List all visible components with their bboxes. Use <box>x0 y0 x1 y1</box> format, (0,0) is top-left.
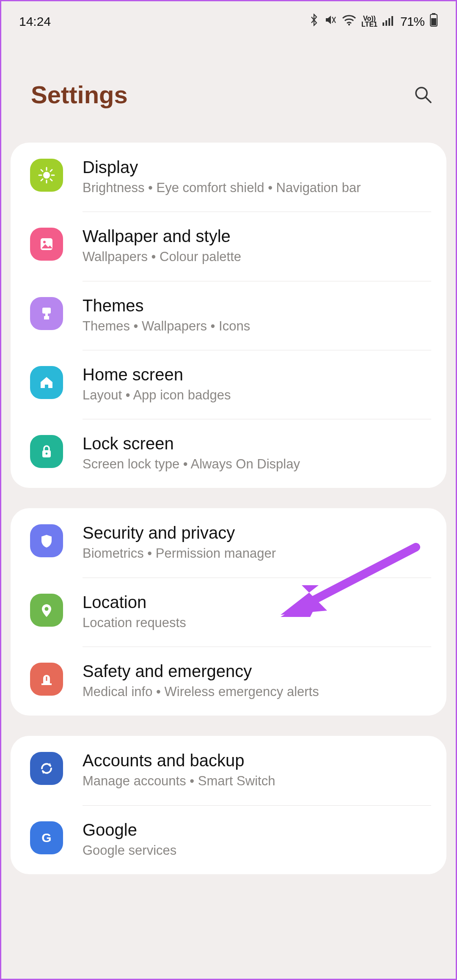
item-title: Accounts and backup <box>83 751 431 770</box>
svg-rect-3 <box>383 22 384 26</box>
svg-rect-23 <box>42 308 51 314</box>
svg-rect-28 <box>41 683 52 685</box>
settings-item-wallpaper[interactable]: Wallpaper and style Wallpapers • Colour … <box>11 212 446 281</box>
item-subtitle: Biometrics • Permission manager <box>83 545 431 562</box>
svg-line-11 <box>426 97 431 102</box>
wifi-icon <box>342 14 356 29</box>
google-icon: G <box>30 821 63 854</box>
svg-point-22 <box>43 241 46 243</box>
svg-rect-29 <box>46 677 47 681</box>
item-title: Themes <box>83 296 431 315</box>
wallpaper-icon <box>30 228 63 261</box>
item-subtitle: Location requests <box>83 614 431 631</box>
svg-point-26 <box>46 453 48 455</box>
lock-icon <box>30 435 63 468</box>
shield-icon <box>30 524 63 557</box>
item-title: Display <box>83 158 431 177</box>
settings-group: Display Brightness • Eye comfort shield … <box>11 143 446 488</box>
mute-icon <box>324 14 337 29</box>
settings-item-accounts[interactable]: Accounts and backup Manage accounts • Sm… <box>11 736 446 805</box>
svg-point-12 <box>43 172 50 179</box>
item-subtitle: Layout • App icon badges <box>83 387 431 404</box>
search-button[interactable] <box>412 83 435 106</box>
settings-item-security[interactable]: Security and privacy Biometrics • Permis… <box>11 508 446 577</box>
bluetooth-icon <box>309 14 319 29</box>
settings-item-safety[interactable]: Safety and emergency Medical info • Wire… <box>11 647 446 716</box>
battery-icon <box>429 13 438 30</box>
item-title: Safety and emergency <box>83 662 431 681</box>
status-time: 14:24 <box>19 14 51 29</box>
brightness-icon <box>30 159 63 192</box>
item-title: Security and privacy <box>83 523 431 542</box>
item-title: Location <box>83 593 431 612</box>
status-bar: 14:24 Vo)) LTE1 71% <box>1 1 456 34</box>
item-subtitle: Brightness • Eye comfort shield • Naviga… <box>83 179 431 196</box>
item-subtitle: Google services <box>83 842 431 859</box>
svg-line-17 <box>41 170 43 171</box>
svg-rect-5 <box>388 18 390 26</box>
home-icon <box>30 366 63 399</box>
item-subtitle: Wallpapers • Colour palette <box>83 248 431 265</box>
svg-rect-9 <box>431 18 436 25</box>
status-icons: Vo)) LTE1 71% <box>309 13 438 30</box>
settings-item-location[interactable]: Location Location requests <box>11 578 446 647</box>
svg-point-27 <box>45 607 49 611</box>
siren-icon <box>30 663 63 696</box>
sync-icon <box>30 752 63 785</box>
volte-icon: Vo)) LTE1 <box>361 16 377 28</box>
svg-rect-4 <box>385 20 387 26</box>
settings-item-google[interactable]: G Google Google services <box>11 805 446 874</box>
item-subtitle: Screen lock type • Always On Display <box>83 456 431 473</box>
settings-item-lock[interactable]: Lock screen Screen lock type • Always On… <box>11 419 446 488</box>
item-title: Home screen <box>83 365 431 384</box>
brush-icon <box>30 297 63 330</box>
location-icon <box>30 594 63 627</box>
battery-percent: 71% <box>400 14 424 29</box>
svg-rect-6 <box>391 16 393 26</box>
svg-line-20 <box>50 170 52 171</box>
svg-line-18 <box>50 179 52 181</box>
settings-item-home[interactable]: Home screen Layout • App icon badges <box>11 350 446 419</box>
item-subtitle: Manage accounts • Smart Switch <box>83 773 431 790</box>
signal-icon <box>383 14 395 29</box>
item-subtitle: Themes • Wallpapers • Icons <box>83 318 431 335</box>
page-title: Settings <box>31 80 128 109</box>
item-title: Wallpaper and style <box>83 227 431 246</box>
item-subtitle: Medical info • Wireless emergency alerts <box>83 683 431 700</box>
settings-group: Security and privacy Biometrics • Permis… <box>11 508 446 716</box>
svg-point-2 <box>348 24 350 25</box>
settings-item-display[interactable]: Display Brightness • Eye comfort shield … <box>11 143 446 212</box>
settings-item-themes[interactable]: Themes Themes • Wallpapers • Icons <box>11 281 446 350</box>
svg-text:G: G <box>41 831 51 845</box>
svg-line-19 <box>41 179 43 181</box>
item-title: Google <box>83 820 431 840</box>
settings-group: Accounts and backup Manage accounts • Sm… <box>11 736 446 874</box>
header: Settings <box>1 34 456 143</box>
svg-rect-24 <box>45 314 48 316</box>
item-title: Lock screen <box>83 434 431 453</box>
search-icon <box>413 85 433 105</box>
